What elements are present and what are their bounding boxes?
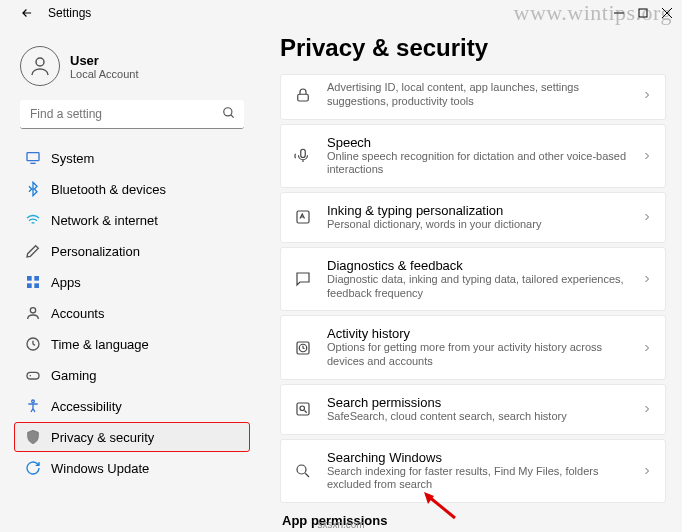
card-sub: Online speech recognition for dictation … bbox=[327, 150, 627, 178]
svg-line-6 bbox=[231, 115, 234, 118]
page-title: Privacy & security bbox=[280, 34, 666, 62]
svg-rect-11 bbox=[27, 283, 32, 288]
wifi-icon bbox=[25, 212, 41, 228]
card-speech[interactable]: SpeechOnline speech recognition for dict… bbox=[280, 124, 666, 189]
sidebar-item-network[interactable]: Network & internet bbox=[14, 205, 250, 235]
sidebar-item-label: Gaming bbox=[51, 368, 97, 383]
card-title: Inking & typing personalization bbox=[327, 203, 627, 218]
card-search-permissions[interactable]: Search permissionsSafeSearch, cloud cont… bbox=[280, 384, 666, 435]
card-inking[interactable]: Inking & typing personalizationPersonal … bbox=[280, 192, 666, 243]
sidebar-item-label: System bbox=[51, 151, 94, 166]
clock-icon bbox=[25, 336, 41, 352]
accessibility-icon bbox=[25, 398, 41, 414]
chevron-right-icon bbox=[641, 150, 653, 162]
chevron-right-icon bbox=[641, 465, 653, 477]
bluetooth-icon bbox=[25, 181, 41, 197]
sidebar-item-label: Network & internet bbox=[51, 213, 158, 228]
card-title: Speech bbox=[327, 135, 627, 150]
back-button[interactable] bbox=[20, 6, 34, 20]
sidebar-item-time[interactable]: Time & language bbox=[14, 329, 250, 359]
svg-point-4 bbox=[36, 58, 44, 66]
chevron-right-icon bbox=[641, 273, 653, 285]
apps-icon bbox=[25, 274, 41, 290]
sidebar: User Local Account System Bluetooth & de… bbox=[0, 30, 260, 532]
gaming-icon bbox=[25, 367, 41, 383]
card-sub: Advertising ID, local content, app launc… bbox=[327, 81, 627, 109]
main-content: Privacy & security Advertising ID, local… bbox=[260, 30, 682, 532]
svg-rect-12 bbox=[34, 283, 39, 288]
card-sub: Options for getting more from your activ… bbox=[327, 341, 627, 369]
card-title: Search permissions bbox=[327, 395, 627, 410]
svg-rect-1 bbox=[639, 9, 647, 17]
search-windows-icon bbox=[293, 461, 313, 481]
system-icon bbox=[25, 150, 41, 166]
chevron-right-icon bbox=[641, 342, 653, 354]
card-sub: Search indexing for faster results, Find… bbox=[327, 465, 627, 493]
sidebar-item-bluetooth[interactable]: Bluetooth & devices bbox=[14, 174, 250, 204]
card-title: Activity history bbox=[327, 326, 627, 341]
card-diagnostics[interactable]: Diagnostics & feedbackDiagnostic data, i… bbox=[280, 247, 666, 312]
sidebar-item-label: Bluetooth & devices bbox=[51, 182, 166, 197]
card-general[interactable]: Advertising ID, local content, app launc… bbox=[280, 74, 666, 120]
svg-point-23 bbox=[300, 406, 305, 411]
sidebar-item-update[interactable]: Windows Update bbox=[14, 453, 250, 483]
sidebar-item-apps[interactable]: Apps bbox=[14, 267, 250, 297]
svg-rect-22 bbox=[297, 403, 309, 415]
user-block[interactable]: User Local Account bbox=[14, 40, 250, 100]
paint-icon bbox=[25, 243, 41, 259]
chevron-right-icon bbox=[641, 89, 653, 101]
user-name: User bbox=[70, 53, 139, 68]
window-title: Settings bbox=[48, 6, 91, 20]
sidebar-item-personalization[interactable]: Personalization bbox=[14, 236, 250, 266]
svg-rect-10 bbox=[34, 276, 39, 281]
chevron-right-icon bbox=[641, 211, 653, 223]
svg-rect-9 bbox=[27, 276, 32, 281]
speech-icon bbox=[293, 146, 313, 166]
user-account-type: Local Account bbox=[70, 68, 139, 80]
search-input[interactable] bbox=[20, 100, 244, 129]
sidebar-item-system[interactable]: System bbox=[14, 143, 250, 173]
svg-point-24 bbox=[297, 465, 306, 474]
card-searching-windows[interactable]: Searching WindowsSearch indexing for fas… bbox=[280, 439, 666, 504]
sidebar-item-label: Accounts bbox=[51, 306, 104, 321]
sidebar-item-label: Privacy & security bbox=[51, 430, 154, 445]
accounts-icon bbox=[25, 305, 41, 321]
svg-rect-7 bbox=[27, 153, 39, 161]
sidebar-item-label: Time & language bbox=[51, 337, 149, 352]
maximize-button[interactable] bbox=[638, 8, 648, 18]
sidebar-item-label: Apps bbox=[51, 275, 81, 290]
svg-point-13 bbox=[30, 308, 35, 313]
search-permissions-icon bbox=[293, 399, 313, 419]
sidebar-item-privacy[interactable]: Privacy & security bbox=[14, 422, 250, 452]
sidebar-item-label: Accessibility bbox=[51, 399, 122, 414]
settings-cards: Advertising ID, local content, app launc… bbox=[280, 74, 666, 503]
svg-rect-18 bbox=[301, 149, 306, 157]
card-sub: SafeSearch, cloud content search, search… bbox=[327, 410, 627, 424]
svg-point-5 bbox=[224, 108, 232, 116]
sidebar-item-gaming[interactable]: Gaming bbox=[14, 360, 250, 390]
inking-icon bbox=[293, 207, 313, 227]
sidebar-item-label: Personalization bbox=[51, 244, 140, 259]
sidebar-item-accounts[interactable]: Accounts bbox=[14, 298, 250, 328]
card-activity[interactable]: Activity historyOptions for getting more… bbox=[280, 315, 666, 380]
svg-rect-17 bbox=[298, 94, 309, 101]
card-sub: Diagnostic data, inking and typing data,… bbox=[327, 273, 627, 301]
card-sub: Personal dictionary, words in your dicti… bbox=[327, 218, 627, 232]
lock-icon bbox=[293, 85, 313, 105]
svg-point-16 bbox=[32, 400, 35, 403]
sidebar-item-accessibility[interactable]: Accessibility bbox=[14, 391, 250, 421]
section-header: App permissions bbox=[280, 513, 666, 528]
svg-rect-15 bbox=[27, 372, 39, 379]
close-button[interactable] bbox=[662, 8, 672, 18]
shield-icon bbox=[25, 429, 41, 445]
nav-list: System Bluetooth & devices Network & int… bbox=[14, 143, 250, 483]
history-icon bbox=[293, 338, 313, 358]
minimize-button[interactable] bbox=[614, 8, 624, 18]
card-title: Searching Windows bbox=[327, 450, 627, 465]
search-icon bbox=[222, 106, 236, 120]
card-title: Diagnostics & feedback bbox=[327, 258, 627, 273]
update-icon bbox=[25, 460, 41, 476]
feedback-icon bbox=[293, 269, 313, 289]
avatar bbox=[20, 46, 60, 86]
sidebar-item-label: Windows Update bbox=[51, 461, 149, 476]
